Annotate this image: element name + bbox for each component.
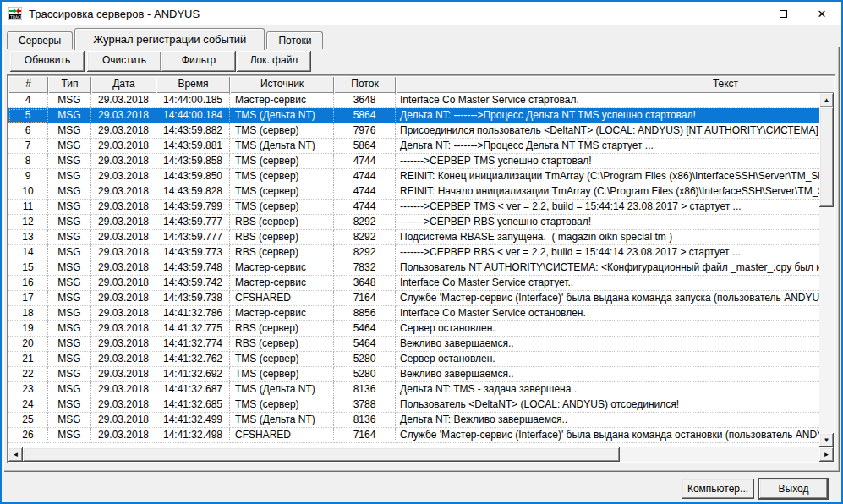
computer-button[interactable]: Компьютер... (682, 479, 754, 499)
cell-col2: 29.03.2018 (91, 123, 156, 139)
cell-col4: Мастер-сервис (230, 306, 334, 321)
column-header-3[interactable]: Время (156, 76, 230, 93)
table-row[interactable]: 9MSG29.03.201814:43:59.850TMS (сервер)47… (8, 169, 819, 184)
cell-col3: 14:43:59.742 (156, 276, 230, 291)
window-controls: ✕ (725, 2, 841, 25)
cell-col6: Службе 'Мастер-сервис (Interface)' была … (396, 428, 819, 443)
cell-col5: 8136 (334, 382, 396, 397)
cell-col4: CFSHARED (230, 291, 334, 306)
cell-col3: 14:43:59.738 (156, 291, 230, 306)
cell-col1: MSG (48, 397, 91, 413)
cell-col1: MSG (48, 200, 91, 215)
cell-col1: MSG (48, 428, 91, 443)
cell-col1: MSG (48, 93, 91, 108)
table-row[interactable]: 14MSG29.03.201814:43:59.773RBS (сервер)8… (8, 245, 819, 260)
cell-col6: Пользователь <DeltaNT> (LOCAL: ANDYUS) о… (396, 397, 819, 413)
table-row[interactable]: 26MSG29.03.201814:41:32.498CFSHARED7164С… (8, 428, 819, 443)
cell-col5: 5280 (334, 352, 396, 367)
cell-col3: 14:41:32.786 (156, 306, 230, 321)
cell-col6: Пользователь NT AUTHORITY\СИСТЕМА: <Конф… (396, 260, 819, 276)
tab-event-log[interactable]: Журнал регистрации событий (74, 28, 265, 50)
cell-col4: RBS (сервер) (230, 337, 334, 352)
refresh-button[interactable]: Обновить (10, 51, 85, 72)
tab-threads[interactable]: Потоки (266, 31, 323, 49)
cell-col5: 7164 (334, 291, 396, 306)
table-row[interactable]: 21MSG29.03.201814:41:32.762TMS (сервер)5… (8, 352, 819, 367)
cell-col2: 29.03.2018 (91, 139, 156, 154)
column-header-6[interactable]: Текст (396, 76, 834, 93)
cell-col1: MSG (48, 352, 91, 367)
filter-button[interactable]: Фильтр (161, 51, 236, 72)
column-header-5[interactable]: Поток (334, 76, 396, 93)
cell-col1: MSG (48, 382, 91, 397)
table-row[interactable]: 7MSG29.03.201814:43:59.881TMS (Дельта NT… (8, 139, 819, 154)
table-row[interactable]: 15MSG29.03.201814:43:59.748Мастер-сервис… (8, 260, 819, 276)
table-row[interactable]: 25MSG29.03.201814:41:32.499TMS (Дельта N… (8, 413, 819, 428)
table-row[interactable]: 22MSG29.03.201814:41:32.692TMS (сервер)5… (8, 367, 819, 382)
column-header-4[interactable]: Источник (230, 76, 334, 93)
close-button[interactable]: ✕ (802, 2, 841, 25)
cell-col1: MSG (48, 108, 91, 123)
cell-col3: 14:43:59.882 (156, 123, 230, 139)
cell-col6: Дельта NT: ------->Процесс Дельта NT TMS… (396, 108, 819, 123)
close-icon: ✕ (818, 8, 827, 19)
scroll-down-button[interactable]: ▼ (819, 433, 834, 447)
maximize-button[interactable] (764, 2, 802, 25)
cell-col5: 3648 (334, 276, 396, 291)
arrow-left-icon: ◄ (13, 452, 19, 458)
horizontal-scroll-thumb[interactable] (23, 447, 620, 462)
clear-button[interactable]: Очистить (87, 51, 161, 72)
cell-col1: MSG (48, 291, 91, 306)
table-row[interactable]: 8MSG29.03.201814:43:59.858TMS (сервер)47… (8, 154, 819, 169)
local-file-button[interactable]: Лок. файл (237, 51, 311, 72)
cell-col2: 29.03.2018 (91, 428, 156, 443)
cell-col1: MSG (48, 230, 91, 245)
minimize-icon (740, 14, 749, 14)
table-row[interactable]: 5MSG29.03.201814:44:00.184TMS (Дельта NT… (8, 108, 819, 123)
vertical-scrollbar[interactable]: ▲ ▼ (819, 93, 834, 447)
cell-col1: MSG (48, 367, 91, 382)
window-title: Трассировка серверов - ANDYUS (29, 8, 200, 20)
column-header-2[interactable]: Дата (91, 76, 156, 93)
cell-col2: 29.03.2018 (91, 215, 156, 230)
cell-col3: 14:43:59.858 (156, 154, 230, 169)
table-row[interactable]: 11MSG29.03.201814:43:59.799TMS (сервер)4… (8, 200, 819, 215)
scroll-left-button[interactable]: ◄ (8, 447, 23, 462)
column-header-1[interactable]: Тип (48, 76, 91, 93)
cell-col2: 29.03.2018 (91, 352, 156, 367)
cell-col4: RBS (сервер) (230, 215, 334, 230)
cell-col6: Присоединился пользователь <DeltaNT> (LO… (396, 123, 819, 139)
table-row[interactable]: 19MSG29.03.201814:41:32.775RBS (сервер)5… (8, 321, 819, 337)
cell-col5: 8136 (334, 413, 396, 428)
table-row[interactable]: 12MSG29.03.201814:43:59.777RBS (сервер)8… (8, 215, 819, 230)
cell-col2: 29.03.2018 (91, 291, 156, 306)
cell-col2: 29.03.2018 (91, 306, 156, 321)
exit-button[interactable]: Выход (759, 479, 828, 499)
tab-servers[interactable]: Серверы (7, 31, 73, 49)
table-row[interactable]: 4MSG29.03.201814:44:00.185Мастер-сервис3… (8, 93, 819, 108)
table-row[interactable]: 18MSG29.03.201814:41:32.786Мастер-сервис… (8, 306, 819, 321)
vertical-scroll-thumb[interactable] (819, 107, 834, 207)
table-row[interactable]: 10MSG29.03.201814:43:59.828TMS (сервер)4… (8, 184, 819, 200)
scroll-right-button[interactable]: ► (819, 447, 834, 462)
scroll-up-button[interactable]: ▲ (819, 93, 834, 107)
table-row[interactable]: 23MSG29.03.201814:41:32.687TMS (Дельта N… (8, 382, 819, 397)
table-row[interactable]: 6MSG29.03.201814:43:59.882TMS (сервер)79… (8, 123, 819, 139)
cell-col2: 29.03.2018 (91, 337, 156, 352)
horizontal-scrollbar[interactable]: ◄ ► (8, 447, 834, 462)
table-row[interactable]: 17MSG29.03.201814:43:59.738CFSHARED7164С… (8, 291, 819, 306)
table-row[interactable]: 24MSG29.03.201814:41:32.685TMS (сервер)3… (8, 397, 819, 413)
minimize-button[interactable] (725, 2, 764, 25)
cell-col6: Службе 'Мастер-сервис (Interface)' была … (396, 291, 819, 306)
table-row[interactable]: 20MSG29.03.201814:41:32.774RBS (сервер)5… (8, 337, 819, 352)
cell-col4: TMS (сервер) (230, 200, 334, 215)
column-header-0[interactable]: # (8, 76, 48, 93)
cell-col0: 11 (8, 200, 48, 215)
table-row[interactable]: 13MSG29.03.201814:43:59.777RBS (сервер)8… (8, 230, 819, 245)
title-bar[interactable]: TRACE Трассировка серверов - ANDYUS ✕ (2, 2, 841, 25)
cell-col0: 10 (8, 184, 48, 200)
cell-col3: 14:44:00.185 (156, 93, 230, 108)
cell-col4: Мастер-сервис (230, 260, 334, 276)
cell-col4: TMS (сервер) (230, 184, 334, 200)
table-row[interactable]: 16MSG29.03.201814:43:59.742Мастер-сервис… (8, 276, 819, 291)
